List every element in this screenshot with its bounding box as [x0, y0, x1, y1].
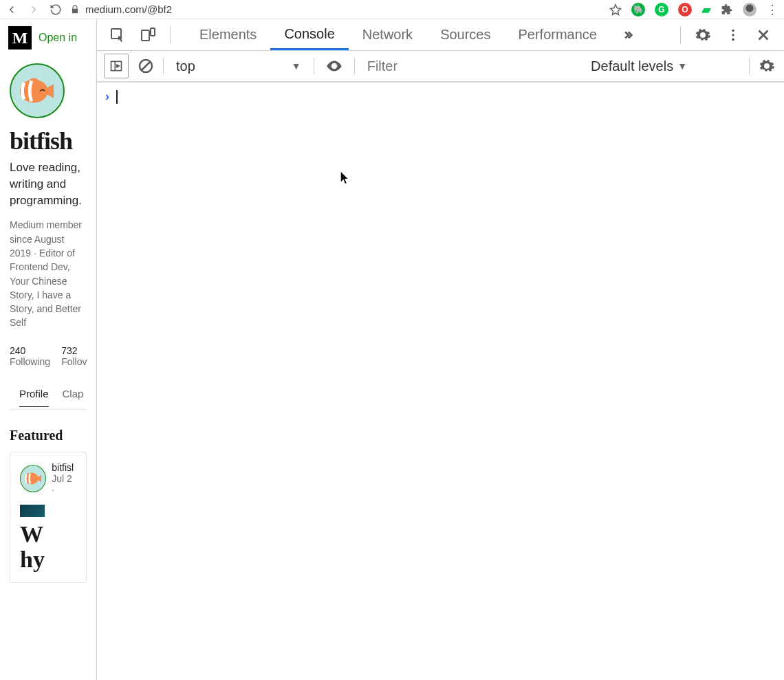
browser-toolbar: medium.com/@bf2 🐘 G O ▰ ⋮	[0, 0, 784, 19]
chevron-down-icon: ▼	[677, 61, 687, 72]
separator	[170, 26, 171, 44]
extension-icon[interactable]: ▰	[701, 2, 711, 17]
console-prompt[interactable]: ›	[105, 89, 776, 104]
chevron-down-icon: ▼	[292, 61, 301, 72]
inspect-element-icon[interactable]	[104, 21, 131, 49]
browser-nav	[6, 3, 62, 16]
url-text: medium.com/@bf2	[85, 3, 172, 15]
tab-network[interactable]: Network	[349, 19, 426, 50]
filter-input[interactable]	[362, 58, 486, 74]
page-scroll[interactable]: M Open in bitfish Love reading, writing …	[0, 19, 96, 680]
article-date: Jul 2 ·	[52, 473, 72, 495]
grammarly-icon[interactable]: G	[655, 3, 668, 17]
evernote-icon[interactable]: 🐘	[631, 3, 645, 17]
svg-point-6	[732, 34, 734, 36]
chrome-menu-icon[interactable]: ⋮	[766, 2, 778, 17]
tab-profile[interactable]: Profile	[19, 388, 49, 407]
lock-icon	[70, 5, 80, 14]
article-thumbnail	[20, 505, 45, 517]
devtools-menu-icon[interactable]	[719, 21, 747, 49]
levels-label: Default levels	[591, 58, 673, 74]
device-toggle-icon[interactable]	[134, 21, 162, 49]
back-icon[interactable]	[6, 3, 18, 16]
featured-heading: Featured	[0, 410, 96, 452]
live-expression-icon[interactable]	[325, 57, 343, 75]
reload-icon[interactable]	[50, 3, 62, 16]
tab-console[interactable]: Console	[270, 19, 348, 50]
main-area: M Open in bitfish Love reading, writing …	[0, 19, 784, 680]
tab-sources[interactable]: Sources	[426, 19, 504, 50]
following-label: Following	[10, 356, 50, 367]
devtools-panel: Elements Console Network Sources Perform…	[96, 19, 784, 680]
svg-rect-3	[142, 30, 149, 41]
profile-meta: Medium member since August 2019 · Editor…	[0, 210, 96, 338]
svg-rect-4	[151, 28, 155, 36]
profile-avatar[interactable]	[10, 63, 65, 118]
settings-gear-icon[interactable]	[689, 21, 717, 49]
console-body[interactable]: ›	[97, 83, 784, 680]
clear-console-icon[interactable]	[135, 54, 156, 78]
toggle-sidebar-icon[interactable]	[104, 54, 129, 78]
separator	[314, 58, 314, 74]
article-card[interactable]: bitfisl Jul 2 · W hy	[10, 452, 87, 583]
text-cursor	[116, 90, 118, 104]
close-devtools-icon[interactable]	[750, 21, 777, 49]
separator	[749, 58, 750, 74]
console-toolbar: top ▼ Default levels ▼	[97, 51, 784, 83]
article-title[interactable]: W hy	[20, 521, 76, 573]
address-bar[interactable]: medium.com/@bf2	[70, 3, 172, 15]
mouse-cursor-icon	[340, 172, 350, 184]
browser-extensions: 🐘 G O ▰ ⋮	[609, 2, 778, 17]
medium-logo-icon[interactable]: M	[8, 26, 32, 50]
profile-stats: 240 Following 732 Follov	[0, 338, 96, 378]
console-settings-gear-icon[interactable]	[756, 54, 777, 78]
followers-count: 732	[61, 345, 87, 356]
following-stat[interactable]: 240 Following	[10, 345, 50, 367]
svg-point-7	[732, 38, 734, 41]
tab-elements[interactable]: Elements	[186, 19, 270, 50]
followers-label: Follov	[61, 356, 87, 367]
open-in-app-link[interactable]: Open in	[39, 32, 77, 44]
separator	[680, 26, 681, 44]
bookmark-star-icon[interactable]	[609, 3, 622, 16]
devtools-tabbar: Elements Console Network Sources Perform…	[97, 19, 784, 51]
separator	[354, 58, 355, 74]
log-levels-select[interactable]: Default levels ▼	[591, 58, 687, 74]
profile-tabs: Profile Clap	[10, 378, 87, 410]
devtools-tabs: Elements Console Network Sources Perform…	[186, 19, 611, 50]
profile-avatar-icon[interactable]	[743, 3, 756, 17]
profile-name: bitfish	[0, 124, 96, 158]
article-author-avatar[interactable]	[20, 465, 46, 492]
tab-claps[interactable]: Clap	[63, 388, 84, 406]
following-count: 240	[10, 345, 50, 356]
adblock-icon[interactable]: O	[678, 3, 692, 17]
context-label: top	[176, 58, 195, 74]
article-meta: bitfisl Jul 2 ·	[52, 462, 76, 495]
forward-icon[interactable]	[28, 3, 40, 16]
prompt-chevron-icon: ›	[105, 89, 109, 104]
tab-performance[interactable]: Performance	[505, 19, 611, 50]
separator	[163, 58, 164, 74]
article-header: bitfisl Jul 2 ·	[20, 462, 76, 495]
more-tabs-icon[interactable]	[613, 28, 641, 43]
article-author[interactable]: bitfisl	[52, 462, 74, 473]
followers-stat[interactable]: 732 Follov	[61, 345, 87, 367]
page-header: M Open in	[0, 19, 96, 56]
fish-icon	[17, 76, 58, 107]
devtools-right-controls	[675, 21, 777, 49]
extensions-menu-icon[interactable]	[721, 3, 733, 16]
profile-bio: Love reading, writing and programming.	[0, 158, 96, 210]
execution-context-select[interactable]: top ▼	[171, 58, 307, 74]
svg-point-5	[732, 29, 734, 32]
page-viewport: M Open in bitfish Love reading, writing …	[0, 19, 96, 680]
